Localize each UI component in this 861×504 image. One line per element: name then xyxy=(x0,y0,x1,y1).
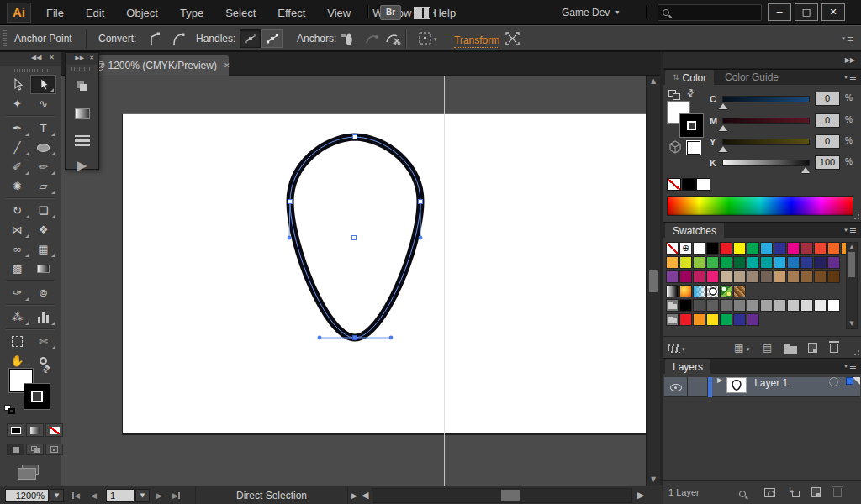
tool-free-transform[interactable]: ❖ xyxy=(30,220,56,239)
swatch-ffffff[interactable] xyxy=(693,242,705,255)
swatch-ffffff[interactable] xyxy=(827,299,840,312)
layer-name[interactable]: Layer 1 xyxy=(754,377,829,396)
swatch-8dc63f[interactable] xyxy=(693,256,705,269)
transform-link[interactable]: Transform xyxy=(454,29,499,48)
swatch-b5b5b5[interactable] xyxy=(774,299,786,312)
status-tool-indicator[interactable]: Direct Selection xyxy=(195,486,348,504)
cut-path-icon[interactable] xyxy=(383,30,404,47)
layer-visibility-cell[interactable] xyxy=(664,377,688,397)
swatch-919191[interactable] xyxy=(747,299,759,312)
menu-view[interactable]: View xyxy=(316,7,362,19)
swatch-2b3990[interactable] xyxy=(800,256,813,269)
tool-rotate[interactable]: ↻ xyxy=(4,201,30,220)
slider-thumb[interactable] xyxy=(719,146,727,152)
swatch-ed1e79[interactable] xyxy=(706,270,719,283)
swatch-kinds-icon[interactable]: ▦ xyxy=(734,343,743,353)
maximize-button[interactable]: □ xyxy=(795,3,818,21)
panel-resize-grip[interactable] xyxy=(853,213,860,220)
hscroll-left-icon[interactable]: ◀ xyxy=(362,489,368,502)
swatch-2e3192[interactable] xyxy=(733,313,746,326)
status-expand-icon[interactable]: ▶ xyxy=(351,489,357,502)
tab-swatches[interactable]: Swatches xyxy=(665,223,724,239)
swatch-662d91[interactable] xyxy=(747,313,759,326)
previous-artboard-button[interactable]: ◀ xyxy=(91,489,97,502)
arrange-documents-caret-icon[interactable]: ▾ xyxy=(433,10,436,17)
layer-expand-icon[interactable]: ▶ xyxy=(717,377,722,396)
swatch-603913[interactable] xyxy=(827,270,840,283)
menu-edit[interactable]: Edit xyxy=(75,7,115,19)
tool-type[interactable]: T xyxy=(30,118,56,138)
swatch-group-folder[interactable] xyxy=(666,299,679,312)
swatch-262262[interactable] xyxy=(814,256,827,269)
swatch-006837[interactable] xyxy=(733,256,746,269)
tool-gradient[interactable] xyxy=(30,259,56,278)
hscroll-right-icon[interactable]: ▶ xyxy=(637,489,644,502)
layer-lock-cell[interactable] xyxy=(688,377,708,397)
artboard-number-field[interactable]: 1 xyxy=(106,489,135,502)
tool-mesh[interactable]: ▩ xyxy=(4,259,30,278)
draw-behind-button[interactable] xyxy=(26,444,44,455)
swatch-808080[interactable] xyxy=(733,299,746,312)
slider-thumb[interactable] xyxy=(801,167,810,173)
tool-selection[interactable] xyxy=(4,75,30,94)
swatch-000000[interactable] xyxy=(679,299,692,312)
tool-blend[interactable]: ⊚ xyxy=(30,283,56,302)
tool-magic-wand[interactable]: ✦ xyxy=(4,94,30,113)
slider-track[interactable] xyxy=(722,118,810,124)
swatch-grad-fade[interactable] xyxy=(693,285,705,297)
swatch-libraries-caret-icon[interactable]: ▾ xyxy=(682,347,685,353)
play-panel-icon[interactable]: ▶ xyxy=(66,154,98,177)
swatch-998675[interactable] xyxy=(747,270,759,283)
swatch-grad-orange[interactable] xyxy=(679,285,692,297)
selected-path-shape[interactable] xyxy=(269,118,454,361)
slider-thumb[interactable] xyxy=(719,103,727,109)
color-spectrum-bar[interactable] xyxy=(667,196,853,216)
vertical-scroll-thumb[interactable] xyxy=(649,270,658,292)
none-color-chip[interactable] xyxy=(667,178,681,191)
new-sublayer-icon[interactable] xyxy=(788,488,800,500)
tool-direct-selection[interactable] xyxy=(30,75,56,94)
color-panel-menu-icon[interactable]: ▾≡ xyxy=(844,73,857,82)
tool-symbol-sprayer[interactable]: ⁂ xyxy=(4,307,30,327)
new-layer-icon[interactable] xyxy=(811,487,821,500)
swatch-000000[interactable] xyxy=(706,242,719,255)
next-artboard-button[interactable]: ▶ xyxy=(156,489,162,502)
slider-track[interactable] xyxy=(722,96,810,102)
search-box[interactable] xyxy=(658,4,762,21)
swatch-f26522[interactable] xyxy=(827,242,840,255)
swatch-00a0a0[interactable] xyxy=(760,256,773,269)
tool-width[interactable]: ⋈ xyxy=(4,220,30,239)
slider-value[interactable]: 100 xyxy=(815,155,840,170)
swatch-5e5e5e[interactable] xyxy=(706,299,719,312)
horizontal-scroll-thumb[interactable] xyxy=(501,490,520,501)
swatch-ed1c24[interactable] xyxy=(720,242,732,255)
bridge-button[interactable]: Br xyxy=(380,5,401,20)
clipping-mask-icon[interactable] xyxy=(764,488,775,500)
swatch-d9d9d9[interactable] xyxy=(800,299,813,312)
swatch-9e005d[interactable] xyxy=(679,270,692,283)
swatch-39b54a[interactable] xyxy=(706,256,719,269)
stroke-color-chip[interactable] xyxy=(24,383,50,410)
layers-panel-menu-icon[interactable]: ▾≡ xyxy=(844,362,857,371)
new-color-group-icon[interactable] xyxy=(784,345,797,357)
tool-lasso[interactable]: ∿ xyxy=(30,94,56,113)
swatch-c7b299[interactable] xyxy=(720,270,732,283)
slider-value[interactable]: 0 xyxy=(815,113,840,128)
workspace-switcher[interactable]: Game Dev ▾ xyxy=(562,0,619,25)
zoom-level-field[interactable]: 1200% xyxy=(5,489,49,502)
menu-type[interactable]: Type xyxy=(169,7,214,19)
convert-to-corner-icon[interactable] xyxy=(145,30,165,47)
locate-object-icon[interactable] xyxy=(739,488,746,500)
swatch-736357[interactable] xyxy=(760,270,773,283)
swatch-ed1c24[interactable] xyxy=(679,313,692,326)
menu-select[interactable]: Select xyxy=(214,7,267,19)
menu-effect[interactable]: Effect xyxy=(267,7,316,19)
close-button[interactable]: ✕ xyxy=(821,3,845,21)
tool-eraser[interactable]: ▱ xyxy=(30,176,56,196)
draw-normal-button[interactable] xyxy=(7,444,24,455)
swatch-fff200[interactable] xyxy=(733,242,746,255)
slider-value[interactable]: 0 xyxy=(815,92,840,106)
tab-color-guide[interactable]: Color Guide xyxy=(717,70,786,86)
scroll-down-icon[interactable]: ▼ xyxy=(647,476,660,483)
control-panel-menu-icon[interactable]: ▾ ≡ xyxy=(842,34,854,44)
